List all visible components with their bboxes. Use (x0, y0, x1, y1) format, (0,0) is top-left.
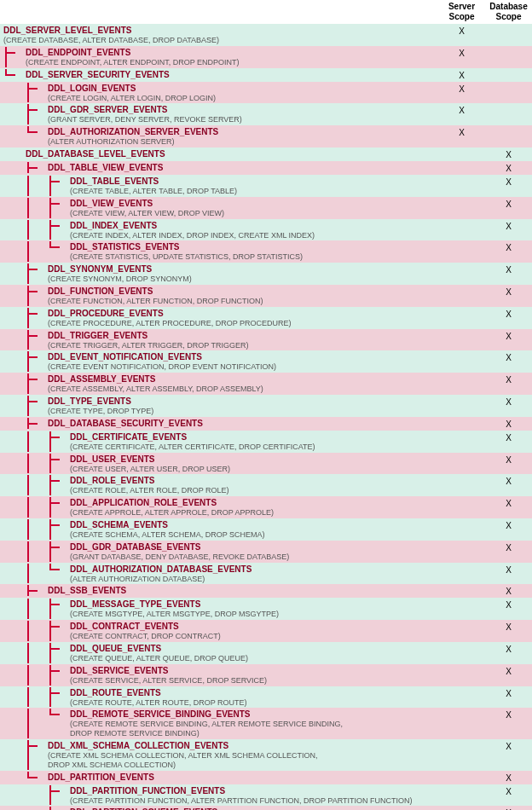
tree-connector (3, 541, 26, 562)
event-detail: (CREATE QUEUE, ALTER QUEUE, DROP QUEUE) (70, 654, 248, 663)
event-row: DDL_SCHEMA_EVENTS(CREATE SCHEMA, ALTER S… (0, 518, 532, 541)
tree-connector (3, 418, 26, 429)
server-scope-mark (438, 686, 485, 688)
tree-connector (26, 162, 48, 173)
event-title: DDL_EVENT_NOTIFICATION_EVENTS (48, 352, 202, 362)
tree-connector (26, 740, 48, 770)
database-scope-mark (485, 125, 532, 127)
tree-connector (3, 709, 26, 738)
server-scope-mark (438, 642, 485, 644)
server-scope-mark (438, 598, 485, 599)
tree-connector (48, 519, 70, 540)
event-title: DDL_TABLE_VIEW_EVENTS (48, 163, 163, 172)
server-scope-mark: X (438, 68, 485, 82)
tree-connector (26, 599, 48, 619)
event-title: DDL_ENDPOINT_EVENTS (26, 48, 130, 57)
event-detail: (CREATE ROLE, ALTER ROLE, DROP ROLE) (70, 486, 229, 495)
event-title: DDL_SERVICE_EVENTS (70, 666, 168, 675)
event-title: DDL_USER_EVENTS (70, 454, 154, 464)
database-scope-mark (485, 68, 532, 70)
tree-connector (26, 126, 48, 147)
database-scope-mark: X (485, 686, 532, 700)
server-scope-mark: X (438, 103, 485, 117)
event-title: DDL_INDEX_EVENTS (70, 221, 157, 230)
tree-connector (26, 564, 48, 584)
event-detail: (CREATE TYPE, DROP TYPE) (48, 407, 153, 416)
database-scope-mark: X (485, 784, 532, 798)
database-scope-mark: X (485, 620, 532, 634)
server-scope-mark (438, 307, 485, 309)
event-detail: (GRANT DATABASE, DENY DATABASE, REVOKE D… (70, 553, 289, 562)
tree-connector (26, 241, 48, 262)
event-title: DDL_ROUTE_EVENTS (70, 688, 161, 697)
server-scope-mark (438, 219, 485, 221)
server-scope-mark (438, 584, 485, 586)
event-row: DDL_ASSEMBLY_EVENTS(CREATE ASSEMBLY, ALT… (0, 373, 532, 395)
server-scope-mark (438, 263, 485, 264)
tree-connector (3, 454, 26, 474)
event-row: DDL_SYNONYM_EVENTS(CREATE SYNONYM, DROP … (0, 263, 532, 285)
tree-connector (26, 519, 48, 540)
tree-connector (26, 431, 48, 452)
event-title: DDL_APPLICATION_ROLE_EVENTS (70, 498, 217, 507)
event-detail: (CREATE MSGTYPE, ALTER MSGTYPE, DROP MSG… (70, 610, 279, 619)
tree-connector (48, 807, 70, 810)
server-scope-mark (438, 563, 485, 564)
tree-connector (3, 585, 26, 596)
tree-connector (3, 220, 26, 240)
event-row: DDL_TABLE_VIEW_EVENTSX (0, 161, 532, 175)
server-scope-mark: X (438, 24, 485, 38)
event-title: DDL_SERVER_LEVEL_EVENTS (3, 26, 131, 35)
tree-connector (26, 351, 48, 372)
event-row: DDL_REMOTE_SERVICE_BINDING_EVENTS(CREATE… (0, 708, 532, 739)
server-scope-mark (438, 148, 485, 149)
database-scope-mark (485, 103, 532, 105)
event-title: DDL_SYNONYM_EVENTS (48, 264, 152, 274)
event-detail: (CREATE ASSEMBLY, ALTER ASSEMBLY, DROP A… (48, 385, 263, 394)
tree-connector (48, 220, 70, 240)
tree-connector (3, 330, 26, 350)
server-scope-mark (438, 373, 485, 374)
tree-connector (48, 564, 70, 584)
event-row: DDL_SERVICE_EVENTS(CREATE SERVICE, ALTER… (0, 664, 532, 686)
event-row: DDL_AUTHORIZATION_DATABASE_EVENTS(ALTER … (0, 563, 532, 585)
event-row: DDL_PARTITION_EVENTSX (0, 771, 532, 784)
event-row: DDL_PARTITION_FUNCTION_EVENTS(CREATE PAR… (0, 784, 532, 807)
tree-connector (3, 104, 26, 124)
tree-connector (3, 564, 26, 584)
server-scope-mark (438, 664, 485, 666)
event-row: DDL_GDR_SERVER_EVENTS(GRANT SERVER, DENY… (0, 103, 532, 125)
tree-connector (3, 83, 26, 103)
event-title: DDL_DATABASE_LEVEL_EVENTS (26, 149, 165, 159)
tree-connector (26, 308, 48, 328)
event-row: DDL_QUEUE_EVENTS(CREATE QUEUE, ALTER QUE… (0, 642, 532, 664)
event-detail: (CREATE LOGIN, ALTER LOGIN, DROP LOGIN) (48, 94, 216, 103)
database-scope-mark: X (485, 708, 532, 721)
event-title: DDL_REMOTE_SERVICE_BINDING_EVENTS (70, 709, 251, 719)
event-row: DDL_XML_SCHEMA_COLLECTION_EVENTS(CREATE … (0, 739, 532, 771)
database-scope-mark: X (485, 431, 532, 444)
event-detail: (CREATE DATABASE, ALTER DATABASE, DROP D… (3, 36, 219, 45)
event-row: DDL_ROUTE_EVENTS(CREATE ROUTE, ALTER ROU… (0, 686, 532, 709)
event-title: DDL_CERTIFICATE_EVENTS (70, 432, 187, 442)
tree-connector (3, 396, 26, 416)
tree-connector (26, 709, 48, 738)
event-title: DDL_QUEUE_EVENTS (70, 644, 161, 653)
event-title: DDL_SSB_EVENTS (48, 586, 126, 595)
event-tree: DDL_SERVER_LEVEL_EVENTS(CREATE DATABASE,… (0, 24, 532, 810)
database-scope-mark: X (485, 563, 532, 576)
event-title: DDL_TRIGGER_EVENTS (48, 331, 147, 340)
event-row: DDL_SERVER_LEVEL_EVENTS(CREATE DATABASE,… (0, 24, 532, 46)
tree-connector (48, 785, 70, 806)
event-title: DDL_GDR_DATABASE_EVENTS (70, 542, 201, 552)
event-detail: (CREATE EVENT NOTIFICATION, DROP EVENT N… (48, 362, 276, 372)
event-title: DDL_PROCEDURE_EVENTS (48, 309, 164, 318)
tree-connector (3, 665, 26, 686)
tree-connector (3, 148, 26, 159)
server-scope-mark (438, 175, 485, 176)
tree-connector (3, 772, 26, 783)
tree-connector (26, 497, 48, 518)
event-row: DDL_GDR_DATABASE_EVENTS(GRANT DATABASE, … (0, 541, 532, 563)
event-title: DDL_PARTITION_FUNCTION_EVENTS (70, 786, 225, 796)
server-scope-mark (438, 240, 485, 242)
